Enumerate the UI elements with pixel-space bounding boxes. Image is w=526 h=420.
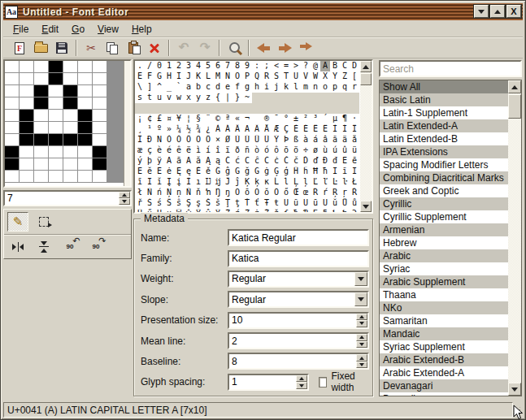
weight-dropdown-button[interactable] [354, 272, 367, 286]
charmap-cell[interactable]: Ñ [154, 135, 164, 145]
charmap-cell[interactable]: Þ [281, 135, 291, 145]
charmap-cell[interactable]: Ċ [262, 156, 272, 167]
charmap-cell[interactable]: Ő [272, 188, 281, 198]
charmap-cell[interactable]: c [203, 82, 213, 93]
charmap-cell[interactable]: H [164, 71, 174, 82]
charmap-cell[interactable] [135, 103, 145, 114]
glyph-pixel[interactable] [78, 134, 93, 146]
glyph-pixel[interactable] [20, 110, 34, 122]
charmap-cell[interactable]: ū [311, 198, 320, 209]
charmap-cell[interactable]: î [213, 145, 223, 156]
glyph-pixel[interactable] [63, 171, 78, 183]
mean-line-down-button[interactable] [356, 341, 367, 349]
charmap-cell[interactable] [193, 103, 203, 114]
block-item-arabic-supplement[interactable]: Arabic Supplement [380, 275, 508, 288]
charmap-cell[interactable]: t [145, 93, 154, 103]
glyph-pixel[interactable] [20, 61, 34, 73]
glyph-width-up-button[interactable] [119, 192, 130, 198]
charmap-cell[interactable]: ž [272, 209, 281, 212]
fixed-width-checkbox[interactable] [319, 377, 327, 388]
block-item-latin-extended-b[interactable]: Latin Extended-B [380, 132, 508, 145]
charmap-cell[interactable]: Ŝ [164, 198, 174, 209]
charmap-cell[interactable]: Ƅ [330, 209, 340, 212]
charmap-cell[interactable]: Ų [154, 209, 164, 212]
charmap-cell[interactable]: ú [330, 145, 340, 156]
charmap-cell[interactable]: 4 [193, 61, 203, 71]
glyph-pixel[interactable] [78, 97, 93, 110]
charmap-cell[interactable]: Ą [203, 156, 213, 167]
forward-button[interactable] [274, 38, 295, 58]
block-item-nko[interactable]: NKo [380, 301, 508, 314]
charmap-cell[interactable]: Đ [320, 156, 330, 167]
charmap-cell[interactable]: z [203, 93, 213, 103]
charmap-cell[interactable] [330, 93, 340, 103]
charmap-cell[interactable]: ê [174, 145, 184, 156]
charmap-cell[interactable]: ő [281, 188, 291, 198]
slope-dropdown-button[interactable] [354, 292, 367, 306]
glyph-pixel[interactable] [63, 97, 78, 110]
charmap-cell[interactable]: Ö [203, 135, 213, 145]
charmap-cell[interactable]: ` [174, 82, 184, 93]
charmap-cell[interactable]: ŀ [340, 177, 350, 188]
charmap-cell[interactable]: ĺ [281, 177, 291, 188]
charmap-cell[interactable]: I [174, 71, 184, 82]
zoom-button[interactable] [224, 38, 245, 58]
charmap-cell[interactable]: Ɔ [350, 209, 359, 212]
charmap-cell[interactable]: ã [330, 135, 340, 145]
charmap-cell[interactable]: ç [145, 145, 154, 156]
charmap-cell[interactable]: Ľ [311, 177, 320, 188]
charmap-cell[interactable]: Ŀ [330, 177, 340, 188]
charmap-cell[interactable]: ñ [242, 145, 252, 156]
charmap-cell[interactable]: r [350, 82, 359, 93]
charmap-cell[interactable]: ¥ [174, 114, 184, 124]
charmap-cell[interactable]: ŝ [174, 198, 184, 209]
glyph-pixel[interactable] [34, 146, 49, 158]
charmap-cell[interactable] [154, 103, 164, 114]
charmap-cell[interactable]: F [145, 71, 154, 82]
charmap-cell[interactable]: ð [233, 145, 242, 156]
charmap-cell[interactable]: g [242, 82, 252, 93]
charmap-cell[interactable]: Ě [193, 167, 203, 177]
glyph-pixel[interactable] [63, 134, 78, 146]
charmap-cell[interactable]: Ɓ [301, 209, 311, 212]
flip-vertical-button[interactable] [33, 237, 54, 257]
block-item-thaana[interactable]: Thaana [380, 288, 508, 301]
charmap-cell[interactable]: ű [145, 209, 154, 212]
charmap-cell[interactable]: ½ [184, 124, 193, 135]
charmap-cell[interactable]: k [281, 82, 291, 93]
charmap-cell[interactable]: Í [340, 124, 350, 135]
charmap-cell[interactable]: Y [330, 71, 340, 82]
charmap-cell[interactable]: ŷ [203, 209, 213, 212]
charmap-cell[interactable]: Ŧ [262, 198, 272, 209]
charmap-cell[interactable]: . [135, 61, 145, 71]
charmap-cell[interactable]: x [184, 93, 193, 103]
glyph-pixel[interactable] [93, 97, 107, 110]
charmap-cell[interactable]: ů [350, 198, 359, 209]
block-item-spacing-modifier-letters[interactable]: Spacing Modifier Letters [380, 158, 508, 171]
charmap-cell[interactable]: ² [301, 114, 311, 124]
charmap-cell[interactable]: ĉ [252, 156, 262, 167]
maximize-button[interactable] [490, 5, 505, 18]
charmap-cell[interactable]: ü [350, 145, 359, 156]
close-button[interactable] [506, 5, 521, 18]
charmap-cell[interactable]: Z [340, 71, 350, 82]
charmap-cell[interactable]: ł [135, 188, 145, 198]
baseline-down-button[interactable] [356, 362, 367, 369]
charmap-cell[interactable]: ŋ [223, 188, 233, 198]
charmap-cell[interactable]: Ć [223, 156, 233, 167]
charmap-cell[interactable]: Î [350, 124, 359, 135]
charmap-cell[interactable]: Ď [301, 156, 311, 167]
charmap-cell[interactable]: o [320, 82, 330, 93]
baseline-input[interactable] [228, 353, 369, 370]
glyph-pixel[interactable] [49, 73, 63, 85]
charmap-cell[interactable]: m [301, 82, 311, 93]
glyph-pixel[interactable] [78, 158, 93, 171]
charmap-cell[interactable]: ¬ [242, 114, 252, 124]
glyph-pixel[interactable] [34, 110, 49, 122]
glyph-pixel[interactable] [34, 85, 49, 97]
charmap-cell[interactable]: Ś [145, 198, 154, 209]
charmap-cell[interactable]: ĸ [262, 177, 272, 188]
glyph-pixel[interactable] [5, 134, 20, 146]
charmap-cell[interactable]: Ô [184, 135, 193, 145]
charmap-cell[interactable]: Ã [242, 124, 252, 135]
